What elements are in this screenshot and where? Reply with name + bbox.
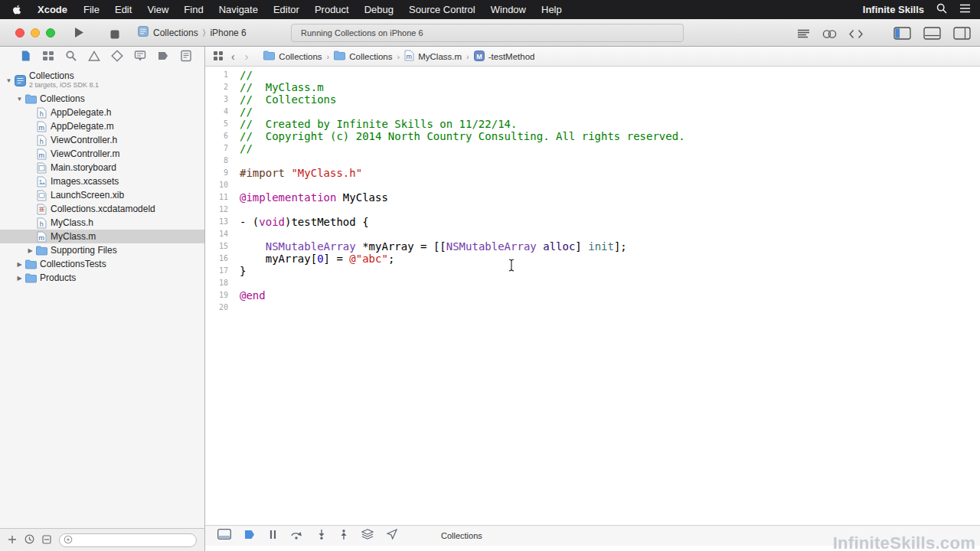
- add-file-button[interactable]: [8, 533, 17, 547]
- tree-item-launchscreen-xib[interactable]: LaunchScreen.xib: [0, 188, 204, 202]
- assistant-editor-button[interactable]: [822, 28, 837, 42]
- step-out-icon[interactable]: [339, 529, 348, 543]
- disclosure-triangle[interactable]: ▶: [15, 275, 24, 282]
- menu-file[interactable]: File: [76, 4, 107, 15]
- navigator-tab-issue[interactable]: [88, 51, 100, 64]
- navigator-panel-toggle[interactable]: [893, 27, 911, 43]
- menu-debug[interactable]: Debug: [357, 4, 401, 15]
- pause-icon[interactable]: [269, 529, 277, 543]
- line-number[interactable]: 12: [205, 204, 228, 216]
- forward-button[interactable]: ›: [243, 51, 251, 63]
- tree-item-collectionstests[interactable]: ▶CollectionsTests: [0, 257, 204, 271]
- step-into-icon[interactable]: [317, 529, 326, 543]
- debug-area-toggle[interactable]: [923, 27, 941, 43]
- navigator-tab-symbol[interactable]: [42, 51, 54, 64]
- tree-item-myclass-h[interactable]: hMyClass.h: [0, 216, 204, 230]
- step-over-icon[interactable]: [290, 529, 304, 543]
- apple-menu[interactable]: [9, 5, 29, 15]
- tree-item-myclass-m[interactable]: mMyClass.m: [0, 230, 204, 243]
- utilities-panel-toggle[interactable]: [953, 27, 971, 43]
- tree-item-collections[interactable]: ▼Collections: [0, 92, 204, 106]
- breadcrumb-testmethod[interactable]: M-testMethod: [474, 51, 535, 63]
- line-number[interactable]: 7: [205, 142, 228, 155]
- line-number[interactable]: 4: [205, 106, 228, 118]
- line-number[interactable]: 19: [205, 289, 228, 302]
- line-number[interactable]: 3: [205, 93, 228, 106]
- tree-item-appdelegate-m[interactable]: mAppDelegate.m: [0, 119, 204, 133]
- line-number[interactable]: 10: [205, 179, 228, 191]
- navigator-tab-debug[interactable]: [134, 51, 146, 64]
- line-number[interactable]: 18: [205, 277, 228, 289]
- menu-help[interactable]: Help: [534, 4, 570, 15]
- minimize-button[interactable]: [31, 28, 40, 37]
- menu-edit[interactable]: Edit: [107, 4, 139, 15]
- file-m-icon: m: [35, 121, 48, 132]
- navigator-tab-report[interactable]: [180, 51, 192, 64]
- line-number[interactable]: 14: [205, 228, 228, 240]
- standard-editor-button[interactable]: [797, 28, 810, 42]
- disclosure-triangle[interactable]: ▶: [15, 261, 24, 268]
- back-button[interactable]: ‹: [229, 51, 237, 63]
- menu-product[interactable]: Product: [307, 4, 357, 15]
- menu-find[interactable]: Find: [176, 4, 211, 15]
- file-h-icon: h: [35, 135, 48, 146]
- version-editor-button[interactable]: [849, 28, 863, 42]
- source-control-status-icon[interactable]: [42, 533, 51, 547]
- tree-item-images-xcassets[interactable]: Images.xcassets: [0, 174, 204, 188]
- scheme-selector[interactable]: Collections 〉 iPhone 6: [138, 26, 247, 39]
- navigator-tab-breakpoint[interactable]: [157, 51, 169, 64]
- menu-window[interactable]: Window: [483, 4, 534, 15]
- navigator-tab-search[interactable]: [65, 51, 77, 64]
- close-button[interactable]: [15, 28, 24, 37]
- breadcrumb-collections[interactable]: Collections: [263, 51, 322, 62]
- related-items-icon[interactable]: [213, 51, 224, 63]
- tree-item-main-storyboard[interactable]: Main.storyboard: [0, 161, 204, 174]
- recent-files-icon[interactable]: [24, 533, 34, 547]
- app-menu-xcode[interactable]: Xcode: [29, 4, 76, 15]
- breadcrumb-collections[interactable]: Collections: [334, 51, 392, 62]
- line-content: // Created by Infinite Skills on 11/22/1…: [228, 118, 517, 130]
- line-number[interactable]: 1: [205, 69, 228, 81]
- filter-field[interactable]: [59, 533, 197, 547]
- line-number[interactable]: 9: [205, 167, 228, 179]
- tree-item-collections-xcdatamodeld[interactable]: Collections.xcdatamodeld: [0, 202, 204, 216]
- menu-navigate[interactable]: Navigate: [211, 4, 266, 15]
- breakpoints-icon[interactable]: [244, 529, 256, 543]
- simulate-location-icon[interactable]: [387, 529, 397, 543]
- tree-item-viewcontroller-m[interactable]: mViewController.m: [0, 147, 204, 161]
- line-number[interactable]: 2: [205, 81, 228, 93]
- line-number[interactable]: 15: [205, 240, 228, 253]
- navigator-tab-project[interactable]: [19, 51, 31, 64]
- menu-view[interactable]: View: [139, 4, 176, 15]
- line-number[interactable]: 13: [205, 216, 228, 228]
- zoom-button[interactable]: [46, 28, 55, 37]
- line-number[interactable]: 17: [205, 265, 228, 277]
- disclosure-triangle[interactable]: ▼: [15, 96, 24, 103]
- view-hierarchy-icon[interactable]: [361, 529, 374, 543]
- stop-button[interactable]: [110, 28, 119, 42]
- menu-editor[interactable]: Editor: [266, 4, 307, 15]
- tree-item-appdelegate-h[interactable]: hAppDelegate.h: [0, 106, 204, 119]
- line-number[interactable]: 11: [205, 191, 228, 204]
- tree-item-products[interactable]: ▶Products: [0, 271, 204, 285]
- tree-item-supporting-files[interactable]: ▶Supporting Files: [0, 243, 204, 257]
- tree-item-viewcontroller-h[interactable]: hViewController.h: [0, 133, 204, 147]
- source-code-editor[interactable]: 1//2// MyClass.m3// Collections4//5// Cr…: [205, 67, 980, 525]
- spotlight-search-icon[interactable]: [936, 3, 947, 16]
- breadcrumb-myclass-m[interactable]: mMyClass.m: [404, 50, 462, 63]
- line-number[interactable]: 6: [205, 130, 228, 142]
- notification-center-icon[interactable]: [959, 4, 971, 15]
- line-number[interactable]: 16: [205, 253, 228, 265]
- navigator-tab-test[interactable]: [111, 51, 123, 64]
- line-number[interactable]: 8: [205, 155, 228, 167]
- line-number[interactable]: 20: [205, 302, 228, 314]
- tree-item-collections[interactable]: ▼Collections2 targets, iOS SDK 8.1: [0, 69, 204, 92]
- run-button[interactable]: [74, 27, 84, 41]
- toggle-debug-area-icon[interactable]: [217, 529, 231, 543]
- disclosure-triangle[interactable]: ▼: [4, 77, 14, 84]
- disclosure-triangle[interactable]: ▶: [25, 247, 35, 254]
- user-menu[interactable]: Infinite Skills: [863, 4, 924, 15]
- menu-source-control[interactable]: Source Control: [401, 4, 483, 15]
- line-number[interactable]: 5: [205, 118, 228, 130]
- line-content: myArray[0] = @"abc";: [228, 253, 394, 265]
